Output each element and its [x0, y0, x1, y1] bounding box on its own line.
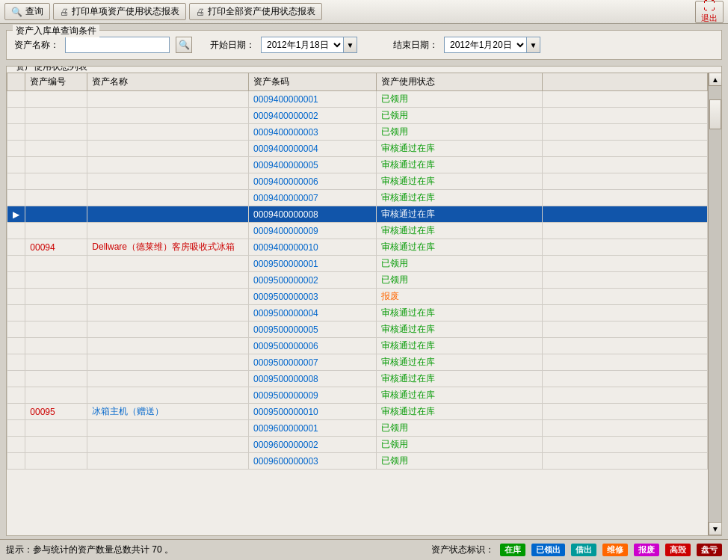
asset-name-cell: [87, 223, 249, 239]
extra-cell: [542, 354, 707, 371]
table-row[interactable]: 0009400000002已领用: [7, 108, 708, 124]
table-row[interactable]: 00095冰箱主机（赠送）0009500000010审核通过在库: [7, 404, 708, 420]
badge-baofei: 报废: [634, 544, 659, 556]
asset-id-cell: 00095: [25, 404, 87, 420]
start-date-picker: 2012年1月18日 ▼: [261, 37, 357, 53]
barcode-cell: 0009500000002: [249, 272, 377, 289]
status-cell: 审核通过在库: [377, 387, 542, 404]
table-row[interactable]: 0009600000003已领用: [7, 453, 708, 470]
badge-jiechu: 借出: [571, 544, 596, 556]
row-indicator-cell: ▶: [7, 206, 25, 223]
asset-name-cell: [87, 354, 249, 371]
asset-id-cell: [25, 173, 87, 190]
toolbar: 🔍 查询 🖨 打印单项资产使用状态报表 🖨 打印全部资产使用状态报表 ⛶ 退出: [0, 0, 728, 24]
extra-cell: [542, 124, 707, 141]
table-row[interactable]: 0009600000001已领用: [7, 420, 708, 437]
asset-id-cell: [25, 437, 87, 453]
print-all-button[interactable]: 🖨 打印全部资产使用状态报表: [189, 3, 322, 20]
table-row[interactable]: 0009400000003已领用: [7, 124, 708, 141]
asset-id-cell: [25, 91, 87, 108]
barcode-cell: 0009500000005: [249, 321, 377, 338]
row-indicator-cell: [7, 354, 25, 371]
extra-cell: [542, 173, 707, 190]
print-single-icon: 🖨: [60, 7, 69, 17]
extra-cell: [542, 141, 707, 157]
extra-cell: [542, 91, 707, 108]
status-cell: 已领用: [377, 272, 542, 289]
scrollbar-down[interactable]: ▼: [709, 522, 721, 535]
end-date-label: 结束日期：: [393, 39, 438, 52]
col-indicator: [7, 73, 25, 91]
asset-name-cell: [87, 371, 249, 387]
badge-yilingchu: 已领出: [531, 544, 565, 556]
table-row[interactable]: 0009500000001已领用: [7, 256, 708, 272]
table-row[interactable]: 0009400000005审核通过在库: [7, 157, 708, 173]
table-row[interactable]: 0009400000004审核通过在库: [7, 141, 708, 157]
status-cell: 审核通过在库: [377, 305, 542, 321]
extra-cell: [542, 453, 707, 470]
scrollbar-up[interactable]: ▲: [709, 73, 721, 86]
status-cell: 审核通过在库: [377, 206, 542, 223]
asset-name-cell: [87, 321, 249, 338]
name-input[interactable]: [65, 37, 170, 53]
end-date-select[interactable]: 2012年1月20日: [444, 37, 527, 53]
table-row[interactable]: 0009500000009审核通过在库: [7, 387, 708, 404]
extra-cell: [542, 157, 707, 173]
extra-cell: [542, 404, 707, 420]
filter-row: 资产名称： 🔍 开始日期： 2012年1月18日 ▼ 结束日期： 2012年1月…: [14, 37, 714, 53]
table-row[interactable]: ▶0009400000008审核通过在库: [7, 206, 708, 223]
exit-label: 退出: [701, 13, 718, 24]
table-row[interactable]: 0009400000009审核通过在库: [7, 223, 708, 239]
col-status: 资产使用状态: [377, 73, 542, 91]
list-section: 资产使用状态列表: [6, 66, 722, 536]
table-row[interactable]: 0009400000007审核通过在库: [7, 190, 708, 206]
barcode-cell: 0009500000003: [249, 289, 377, 305]
table-row[interactable]: 0009500000002已领用: [7, 272, 708, 289]
table-row[interactable]: 0009500000005审核通过在库: [7, 321, 708, 338]
asset-name-cell: [87, 387, 249, 404]
scrollbar-thumb[interactable]: [709, 99, 721, 129]
end-date-picker: 2012年1月20日 ▼: [444, 37, 540, 53]
col-asset-name: 资产名称: [87, 73, 249, 91]
row-indicator-cell: [7, 239, 25, 256]
asset-name-cell: [87, 453, 249, 470]
row-indicator-cell: [7, 91, 25, 108]
asset-name-cell: [87, 305, 249, 321]
barcode-cell: 0009600000003: [249, 453, 377, 470]
extra-cell: [542, 223, 707, 239]
table-row[interactable]: 0009600000002已领用: [7, 437, 708, 453]
extra-cell: [542, 437, 707, 453]
barcode-cell: 0009400000009: [249, 223, 377, 239]
print-single-button[interactable]: 🖨 打印单项资产使用状态报表: [53, 3, 186, 20]
table-row[interactable]: 0009400000006审核通过在库: [7, 173, 708, 190]
asset-name-cell: [87, 124, 249, 141]
row-indicator-cell: [7, 124, 25, 141]
table-container: 资产编号 资产名称 资产条码 资产使用状态 0009400000001已领用00…: [7, 73, 721, 535]
table-row[interactable]: 0009500000006审核通过在库: [7, 338, 708, 354]
table-row[interactable]: 0009400000001已领用: [7, 91, 708, 108]
exit-button[interactable]: ⛶ 退出: [695, 1, 724, 23]
scrollbar[interactable]: ▲ ▼: [708, 73, 721, 535]
table-row[interactable]: 0009500000004审核通过在库: [7, 305, 708, 321]
table-row[interactable]: 0009500000003报废: [7, 289, 708, 305]
row-indicator-cell: [7, 453, 25, 470]
query-button[interactable]: 🔍 查询: [4, 3, 50, 20]
filter-section: 资产入库单查询条件 资产名称： 🔍 开始日期： 2012年1月18日 ▼ 结束日…: [6, 30, 722, 60]
asset-name-cell: [87, 338, 249, 354]
end-date-dropdown-arrow[interactable]: ▼: [527, 37, 540, 53]
filter-legend: 资产入库单查询条件: [13, 25, 99, 37]
table-row[interactable]: 00094Dellware（德莱维）客房吸收式冰箱0009400000010审核…: [7, 239, 708, 256]
start-date-dropdown-arrow[interactable]: ▼: [344, 37, 357, 53]
print-all-label: 打印全部资产使用状态报表: [208, 5, 315, 18]
badge-zaikuyou: 在库: [500, 544, 525, 556]
search-icon-button[interactable]: 🔍: [176, 37, 192, 53]
table-row[interactable]: 0009500000007审核通过在库: [7, 354, 708, 371]
asset-id-cell: [25, 289, 87, 305]
extra-cell: [542, 206, 707, 223]
status-legend-label: 资产状态标识：: [431, 544, 494, 556]
status-cell: 审核通过在库: [377, 173, 542, 190]
table-row[interactable]: 0009500000008审核通过在库: [7, 371, 708, 387]
start-date-select[interactable]: 2012年1月18日: [261, 37, 344, 53]
asset-name-cell: 冰箱主机（赠送）: [87, 404, 249, 420]
row-indicator-cell: [7, 404, 25, 420]
